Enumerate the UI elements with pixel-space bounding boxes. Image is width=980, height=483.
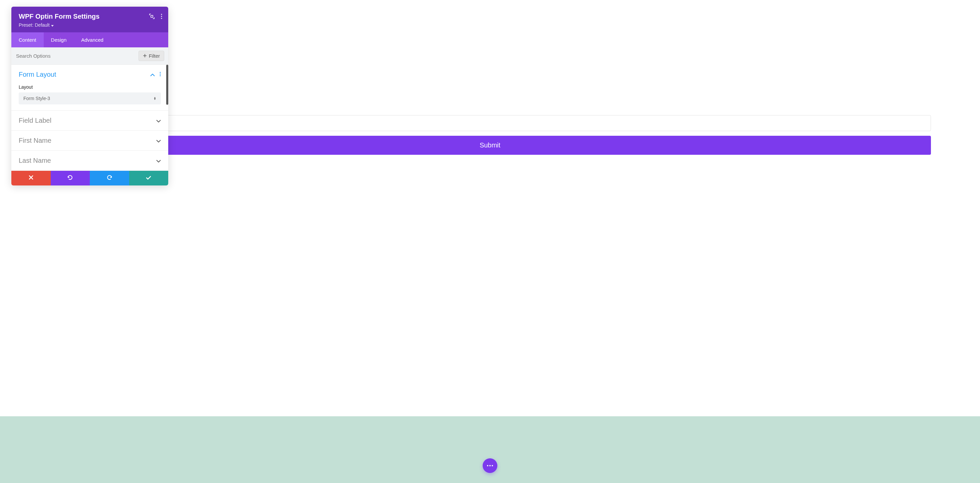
section-last-name: Last Name: [11, 151, 168, 171]
search-filter-row: Filter: [11, 48, 168, 65]
chevron-up-icon: [150, 72, 155, 78]
select-arrows-icon: ▲ ▼: [154, 97, 156, 100]
preset-label: Preset: Default: [19, 22, 50, 28]
filter-label: Filter: [149, 53, 160, 59]
select-value: Form Style-3: [23, 96, 50, 101]
section-header-field-label[interactable]: Field Label: [11, 111, 168, 130]
save-button[interactable]: [129, 171, 169, 186]
section-header-form-layout[interactable]: Form Layout: [11, 65, 168, 84]
panel-footer: [11, 171, 168, 186]
tab-advanced[interactable]: Advanced: [74, 32, 111, 48]
redo-button[interactable]: [90, 171, 129, 186]
page-background-accent: [0, 416, 980, 483]
more-icon: [487, 465, 493, 466]
check-icon: [146, 175, 151, 181]
section-field-label: Field Label: [11, 111, 168, 131]
form-preview: Submit: [49, 115, 931, 155]
plus-icon: [143, 53, 147, 59]
section-header-last-name[interactable]: Last Name: [11, 151, 168, 170]
settings-panel: WPF Optin Form Settings Preset: Default: [11, 7, 168, 186]
field-label: Layout: [19, 84, 161, 90]
chevron-down-icon: [156, 118, 161, 124]
section-header-first-name[interactable]: First Name: [11, 131, 168, 151]
preset-selector[interactable]: Preset: Default: [19, 22, 161, 28]
svg-point-5: [160, 73, 161, 75]
svg-point-1: [161, 14, 162, 15]
section-content-form-layout: Layout Form Style-3 ▲ ▼: [11, 84, 168, 110]
layout-select[interactable]: Form Style-3 ▲ ▼: [19, 92, 161, 105]
section-first-name: First Name: [11, 131, 168, 151]
tab-content[interactable]: Content: [11, 32, 44, 48]
preview-text-input[interactable]: [49, 115, 931, 131]
svg-point-2: [161, 16, 162, 17]
undo-icon: [67, 175, 73, 182]
search-input[interactable]: [15, 51, 138, 61]
chevron-down-icon: [156, 138, 161, 144]
section-title: Last Name: [19, 157, 51, 164]
filter-button[interactable]: Filter: [138, 51, 164, 61]
tab-design[interactable]: Design: [44, 32, 74, 48]
scrollbar[interactable]: [166, 65, 168, 105]
section-title: Field Label: [19, 117, 51, 124]
panel-title: WPF Optin Form Settings: [19, 13, 161, 21]
section-form-layout: Form Layout: [11, 65, 168, 111]
panel-body: Form Layout: [11, 65, 168, 171]
svg-rect-0: [151, 15, 153, 17]
section-title: First Name: [19, 137, 51, 145]
floating-action-button[interactable]: [483, 458, 497, 473]
svg-point-6: [160, 75, 161, 76]
svg-point-3: [161, 17, 162, 19]
more-vertical-icon[interactable]: [161, 14, 162, 19]
close-icon: [29, 175, 33, 181]
more-vertical-icon[interactable]: [159, 72, 161, 78]
panel-header: WPF Optin Form Settings Preset: Default: [11, 7, 168, 32]
caret-down-icon: [51, 22, 54, 28]
cancel-button[interactable]: [11, 171, 51, 186]
submit-button[interactable]: Submit: [49, 136, 931, 155]
undo-button[interactable]: [51, 171, 90, 186]
expand-icon[interactable]: [149, 13, 155, 19]
chevron-down-icon: [156, 158, 161, 164]
panel-tabs: Content Design Advanced: [11, 32, 168, 48]
section-title: Form Layout: [19, 71, 56, 78]
svg-point-4: [160, 72, 161, 73]
redo-icon: [107, 175, 113, 182]
